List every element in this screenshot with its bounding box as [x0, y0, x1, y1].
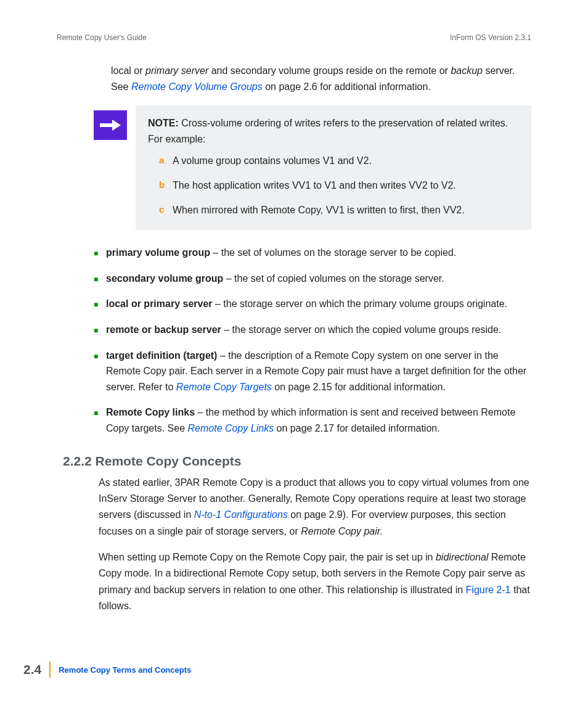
list-marker: b	[159, 178, 173, 194]
list-marker: c	[159, 202, 173, 218]
text: local or	[111, 65, 145, 76]
definition-item: ■ target definition (target) – the descr…	[94, 348, 531, 395]
header-right: InForm OS Version 2.3.1	[450, 33, 531, 42]
definition-item: ■ Remote Copy links – the method by whic…	[94, 404, 531, 436]
page-header: Remote Copy User's Guide InForm OS Versi…	[57, 33, 531, 42]
definition-item: ■ primary volume group – the set of volu…	[94, 245, 531, 261]
note-item: cWhen mirrored with Remote Copy, VV1 is …	[159, 202, 519, 218]
footer-title: Remote Copy Terms and Concepts	[59, 665, 191, 675]
note-item: bThe host application writes VV1 to V1 a…	[159, 178, 519, 194]
definition-list: ■ primary volume group – the set of volu…	[94, 245, 531, 436]
page-footer: 2.4 Remote Copy Terms and Concepts	[23, 662, 191, 678]
term: remote or backup server	[106, 324, 221, 335]
text-italic: backup	[451, 65, 483, 76]
list-marker: a	[159, 153, 173, 169]
text-italic: Remote Copy pair.	[301, 526, 383, 536]
definition-item: ■ secondary volume group – the set of co…	[94, 271, 531, 287]
link-remote-copy-targets[interactable]: Remote Copy Targets	[176, 382, 272, 392]
bullet-icon: ■	[94, 296, 106, 312]
term: secondary volume group	[106, 273, 223, 284]
arrow-right-icon	[94, 110, 127, 140]
definition-text: – the set of volumes on the storage serv…	[210, 247, 456, 258]
link-remote-copy-links[interactable]: Remote Copy Links	[188, 423, 274, 433]
bullet-icon: ■	[94, 348, 106, 395]
list-text: A volume group contains volumes V1 and V…	[173, 153, 372, 169]
note-label: NOTE:	[148, 118, 179, 128]
definition-text: – the set of copied volumes on the stora…	[223, 273, 444, 284]
definition-item: ■ remote or backup server – the storage …	[94, 322, 531, 338]
section-heading: 2.2.2 Remote Copy Concepts	[63, 454, 531, 469]
definition-text: on page 2.17 for detailed information.	[274, 423, 440, 433]
definition-text: on page 2.15 for additional information.	[272, 382, 446, 392]
term: local or primary server	[106, 298, 213, 309]
bullet-icon: ■	[94, 245, 106, 261]
bullet-icon: ■	[94, 322, 106, 338]
term: primary volume group	[106, 247, 210, 258]
text: When setting up Remote Copy on the Remot…	[99, 552, 436, 562]
page-number: 2.4	[23, 662, 49, 677]
term: target definition (target)	[106, 350, 217, 361]
note-lead-text: Cross-volume ordering of writes refers t…	[148, 118, 508, 144]
list-text: When mirrored with Remote Copy, VV1 is w…	[173, 202, 465, 218]
term: Remote Copy links	[106, 407, 195, 417]
body-paragraph: As stated earlier, 3PAR Remote Copy is a…	[99, 475, 531, 540]
link-n-to-1-configurations[interactable]: N-to-1 Configurations	[194, 509, 288, 520]
text-italic: bidirectional	[436, 552, 488, 562]
text-italic: primary server	[145, 65, 208, 76]
definition-text: – the storage server on which the primar…	[213, 298, 507, 309]
body-paragraph: When setting up Remote Copy on the Remot…	[99, 549, 531, 615]
definition-text: – the storage server on which the copied…	[221, 324, 501, 335]
note-item: aA volume group contains volumes V1 and …	[159, 153, 519, 169]
definition-item: ■ local or primary server – the storage …	[94, 296, 531, 312]
bullet-icon: ■	[94, 271, 106, 287]
svg-rect-0	[100, 123, 112, 127]
svg-marker-1	[112, 120, 121, 131]
header-left: Remote Copy User's Guide	[57, 33, 147, 42]
page: Remote Copy User's Guide InForm OS Versi…	[0, 0, 588, 706]
note-content: NOTE: Cross-volume ordering of writes re…	[136, 105, 531, 230]
link-remote-copy-volume-groups[interactable]: Remote Copy Volume Groups	[131, 81, 263, 92]
text: on page 2.6 for additional information.	[263, 81, 431, 92]
note-block: NOTE: Cross-volume ordering of writes re…	[94, 105, 531, 230]
divider-icon	[49, 662, 51, 678]
intro-paragraph: local or primary server and secondary vo…	[111, 63, 531, 94]
bullet-icon: ■	[94, 404, 106, 436]
note-list: aA volume group contains volumes V1 and …	[148, 153, 519, 218]
list-text: The host application writes VV1 to V1 an…	[173, 178, 456, 194]
link-figure-2-1[interactable]: Figure 2-1	[466, 585, 511, 595]
text: and secondary volume groups reside on th…	[208, 65, 451, 76]
